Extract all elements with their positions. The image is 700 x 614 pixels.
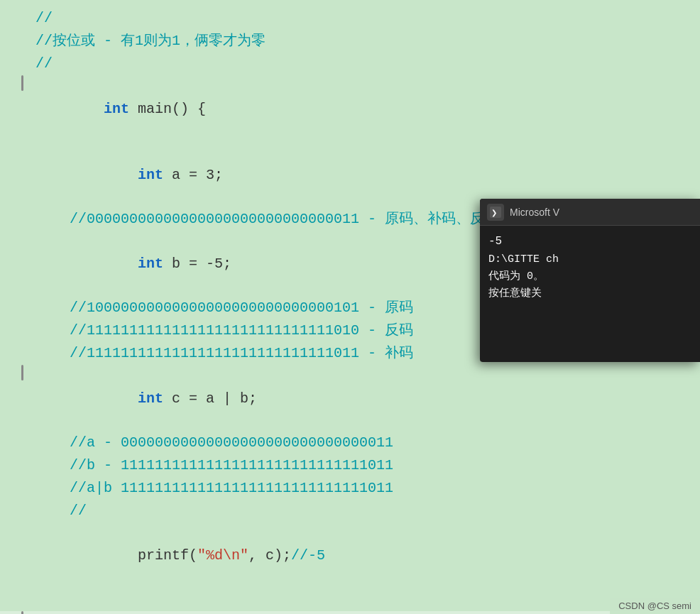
dash-4 (21, 75, 23, 91)
bottom-bar-text: CSDN @CS semi (618, 601, 691, 611)
indent-7 (104, 256, 138, 272)
line-content-17 (35, 588, 700, 610)
ident-b-end: b; (231, 390, 257, 407)
terminal-body: -5 D:\GITTE ch 代码为 0。 按任意键关 (480, 226, 700, 309)
keyword-int-main: int (104, 101, 129, 117)
keyword-int-a: int (138, 167, 163, 183)
line-15: // (21, 500, 700, 522)
bottom-bar: CSDN @CS semi (610, 598, 700, 614)
string-format: "%d\n" (197, 547, 248, 564)
line-content-3: // (35, 53, 700, 75)
keyword-int-b: int (138, 256, 163, 272)
paren-main: () { (172, 101, 206, 117)
terminal-icon: ❯ (487, 204, 504, 221)
indent-16 (104, 547, 138, 564)
keyword-int-c: int (138, 390, 163, 407)
line-3: // (21, 53, 700, 75)
svg-text:❯: ❯ (491, 209, 497, 217)
line-content-14: //a|b 11111111111111111111111111111011 (35, 477, 700, 499)
line-2: //按位或 - 有1则为1，俩零才为零 (21, 30, 700, 53)
line-14: //a|b 11111111111111111111111111111011 (21, 477, 700, 500)
line-content-2: //按位或 - 有1则为1，俩零才为零 (35, 30, 700, 52)
ident-b: b = (163, 256, 206, 272)
terminal-note1: 代码为 0。 (488, 268, 691, 285)
line-content-12: //a - 00000000000000000000000000000011 (35, 432, 700, 454)
number-3: 3 (206, 167, 214, 183)
line-1: // (21, 7, 700, 30)
terminal-title-text: Microsoft V (510, 207, 559, 218)
line-content-13: //b - 11111111111111111111111111111011 (35, 454, 700, 476)
line-12: //a - 00000000000000000000000000000011 (21, 432, 700, 454)
terminal-output-number: -5 (488, 233, 691, 251)
line-11: int c = a | b; (21, 365, 700, 432)
ident-a: a = (163, 167, 206, 183)
line-content-15: // (35, 500, 700, 522)
number-neg5: -5 (206, 256, 223, 272)
line-18: return 0; (0, 611, 700, 614)
line-indicator-18 (21, 611, 30, 614)
terminal-note2: 按任意键关 (488, 285, 691, 302)
line-content-4: int main() { (35, 76, 700, 142)
dash-11 (21, 365, 23, 380)
indent-5 (104, 167, 138, 183)
line-content-16: printf("%d\n", c);//-5 (35, 522, 700, 588)
comma-16: , c); (248, 547, 291, 564)
semi-5: ; (214, 167, 223, 183)
line-17 (21, 588, 700, 611)
line-content-11: int c = a | b; (35, 366, 700, 432)
line-indicator-11 (21, 365, 30, 380)
ident-c-assign: c = a (163, 390, 223, 407)
line-13: //b - 11111111111111111111111111111011 (21, 454, 700, 477)
terminal-titlebar: ❯ Microsoft V (480, 199, 700, 226)
line-16: printf("%d\n", c);//-5 (21, 522, 700, 588)
terminal-path: D:\GITTE ch (488, 251, 691, 268)
dash-18 (21, 611, 23, 614)
indent-11 (104, 390, 138, 407)
semi-7: ; (223, 256, 231, 272)
func-printf: printf (138, 547, 189, 564)
editor-area: // //按位或 - 有1则为1，俩零才为零 // int main() { (0, 0, 700, 614)
line-4: int main() { (21, 75, 700, 142)
line-content-1: // (35, 7, 700, 29)
terminal-overlay: ❯ Microsoft V -5 D:\GITTE ch 代码为 0。 按任意键… (480, 199, 700, 362)
or-operator: | (223, 390, 231, 407)
line-indicator-4 (21, 75, 30, 91)
paren-open-16: ( (189, 547, 197, 564)
inline-comment-16: //-5 (291, 547, 325, 564)
ident-main: main (129, 101, 172, 117)
